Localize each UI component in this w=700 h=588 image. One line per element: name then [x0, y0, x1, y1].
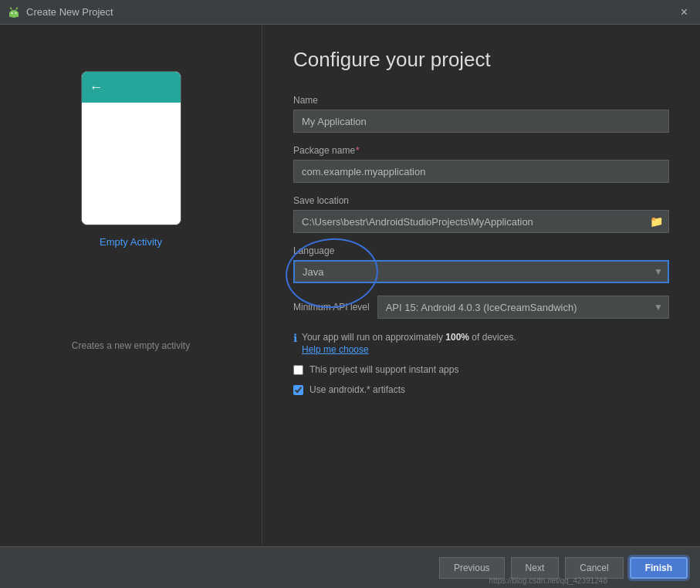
- help-link[interactable]: Help me choose: [302, 344, 516, 355]
- previous-button[interactable]: Previous: [439, 557, 505, 579]
- right-panel: Configure your project Name Package name…: [262, 25, 700, 546]
- android-icon: [8, 6, 20, 19]
- close-button[interactable]: ×: [676, 4, 692, 21]
- watermark: https://blog.csdn.net/qq_42391248: [489, 576, 607, 585]
- main-content: ← Empty Activity Creates a new empty act…: [0, 25, 700, 546]
- api-text: Your app will run on approximately 100% …: [302, 332, 516, 343]
- language-select-wrapper: Java Kotlin ▼: [293, 260, 669, 283]
- androidx-row: Use androidx.* artifacts: [293, 384, 669, 395]
- package-group: Package name*: [293, 145, 669, 183]
- svg-point-3: [15, 12, 17, 14]
- min-api-label: Minimum API level: [293, 302, 370, 313]
- title-bar-left: Create New Project: [8, 6, 113, 19]
- min-api-select[interactable]: API 15: Android 4.0.3 (IceCreamSandwich)…: [377, 296, 669, 319]
- phone-preview: ←: [81, 71, 181, 225]
- phone-body: [82, 103, 181, 225]
- bottom-bar: Previous Next Cancel Finish https://blog…: [0, 546, 700, 588]
- svg-line-4: [11, 8, 12, 9]
- window-title: Create New Project: [26, 6, 113, 18]
- phone-header: ←: [82, 72, 181, 103]
- svg-point-2: [12, 12, 13, 14]
- save-label: Save location: [293, 195, 669, 206]
- page-title: Configure your project: [293, 48, 669, 72]
- left-panel: ← Empty Activity Creates a new empty act…: [0, 25, 262, 546]
- language-label: Language: [293, 245, 669, 256]
- next-button[interactable]: Next: [511, 557, 560, 579]
- language-select[interactable]: Java Kotlin: [293, 260, 669, 283]
- instant-apps-checkbox[interactable]: [293, 365, 303, 375]
- language-group: Language Java Kotlin ▼: [293, 245, 669, 283]
- svg-line-5: [16, 8, 18, 9]
- activity-label: Empty Activity: [100, 236, 162, 248]
- svg-rect-1: [9, 12, 19, 17]
- save-location-group: Save location 📁: [293, 195, 669, 233]
- package-input[interactable]: [293, 160, 669, 183]
- instant-apps-row: This project will support instant apps: [293, 364, 669, 375]
- finish-button[interactable]: Finish: [630, 557, 688, 579]
- cancel-button[interactable]: Cancel: [565, 557, 623, 579]
- name-group: Name: [293, 95, 669, 133]
- activity-description: Creates a new empty activity: [56, 340, 205, 351]
- api-info-content: Your app will run on approximately 100% …: [302, 331, 516, 355]
- name-label: Name: [293, 95, 669, 106]
- api-row: Minimum API level API 15: Android 4.0.3 …: [293, 296, 669, 319]
- instant-apps-label: This project will support instant apps: [309, 364, 458, 375]
- min-api-group: Minimum API level API 15: Android 4.0.3 …: [293, 296, 669, 319]
- back-arrow-icon: ←: [90, 79, 103, 96]
- save-input[interactable]: [293, 210, 669, 233]
- min-api-select-wrapper: API 15: Android 4.0.3 (IceCreamSandwich)…: [377, 296, 669, 319]
- androidx-checkbox[interactable]: [293, 385, 303, 395]
- api-info: ℹ Your app will run on approximately 100…: [293, 331, 669, 355]
- title-bar: Create New Project ×: [0, 0, 700, 25]
- info-icon: ℹ: [293, 332, 297, 344]
- name-input[interactable]: [293, 110, 669, 133]
- save-input-wrapper: 📁: [293, 210, 669, 233]
- package-label: Package name*: [293, 145, 669, 156]
- androidx-label: Use androidx.* artifacts: [309, 384, 405, 395]
- folder-icon[interactable]: 📁: [650, 215, 663, 228]
